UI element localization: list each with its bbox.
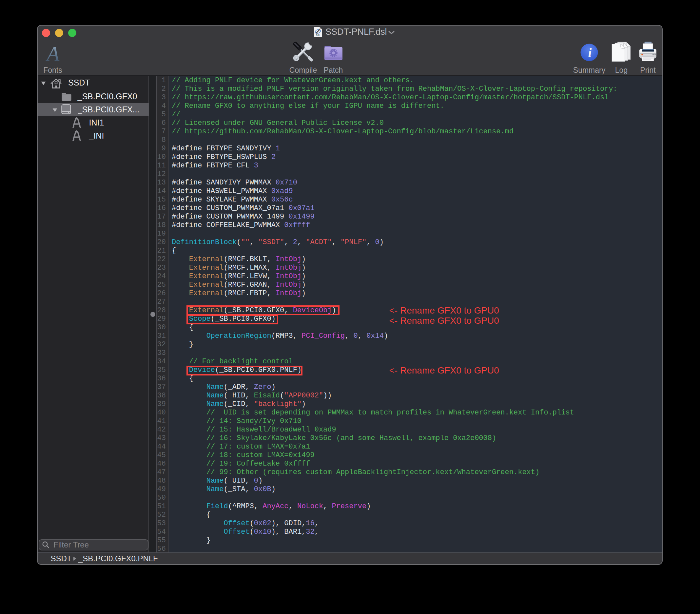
svg-text:i: i xyxy=(588,45,591,60)
svg-text:DSL: DSL xyxy=(316,34,320,36)
